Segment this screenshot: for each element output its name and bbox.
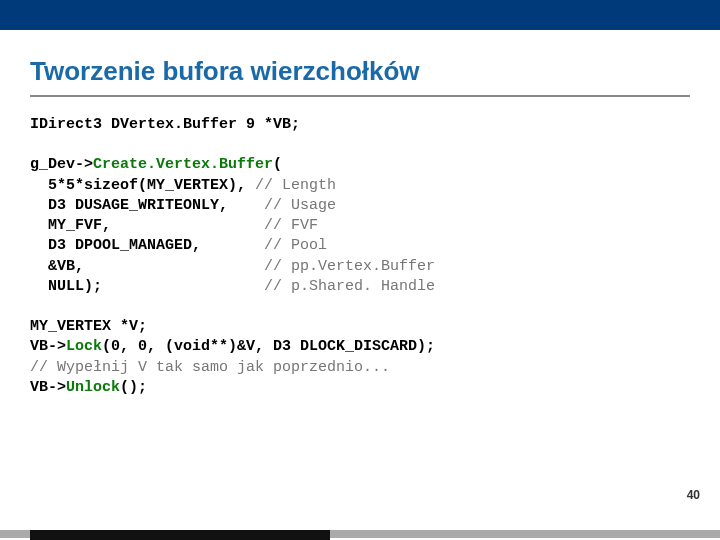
code-line: IDirect3 DVertex.Buffer 9 *VB; <box>30 116 300 133</box>
code-text: &VB, <box>30 258 264 275</box>
code-text: VB-> <box>30 379 66 396</box>
code-text: g_Dev-> <box>30 156 93 173</box>
code-line: MY_VERTEX *V; <box>30 318 147 335</box>
code-text: MY_FVF, <box>30 217 264 234</box>
page-number: 40 <box>687 488 700 502</box>
code-comment: // Wypełnij V tak samo jak poprzednio... <box>30 359 390 376</box>
code-comment: // p.Shared. Handle <box>264 278 435 295</box>
slide-content: Tworzenie bufora wierzchołków IDirect3 D… <box>30 56 690 418</box>
code-comment: // FVF <box>264 217 318 234</box>
code-text: D3 DUSAGE_WRITEONLY, <box>30 197 264 214</box>
code-comment: // Usage <box>264 197 336 214</box>
top-color-bar <box>0 0 720 30</box>
title-underline <box>30 95 690 97</box>
bottom-bar-dark <box>30 530 330 540</box>
code-method: Create.Vertex.Buffer <box>93 156 273 173</box>
code-comment: // pp.Vertex.Buffer <box>264 258 435 275</box>
code-text: 5*5*sizeof(MY_VERTEX), <box>30 177 255 194</box>
code-method: Unlock <box>66 379 120 396</box>
code-block-declaration: IDirect3 DVertex.Buffer 9 *VB; <box>30 115 690 135</box>
code-comment: // Pool <box>264 237 327 254</box>
code-block-lock: MY_VERTEX *V; VB->Lock(0, 0, (void**)&V,… <box>30 317 690 398</box>
code-text: VB-> <box>30 338 66 355</box>
bottom-bar <box>0 512 720 540</box>
code-text: NULL); <box>30 278 264 295</box>
code-text: (); <box>120 379 147 396</box>
slide-title: Tworzenie bufora wierzchołków <box>30 56 690 87</box>
code-text: ( <box>273 156 282 173</box>
code-method: Lock <box>66 338 102 355</box>
code-text: (0, 0, (void**)&V, D3 DLOCK_DISCARD); <box>102 338 435 355</box>
code-text: D3 DPOOL_MANAGED, <box>30 237 264 254</box>
code-block-create: g_Dev->Create.Vertex.Buffer( 5*5*sizeof(… <box>30 155 690 297</box>
code-comment: // Length <box>255 177 336 194</box>
